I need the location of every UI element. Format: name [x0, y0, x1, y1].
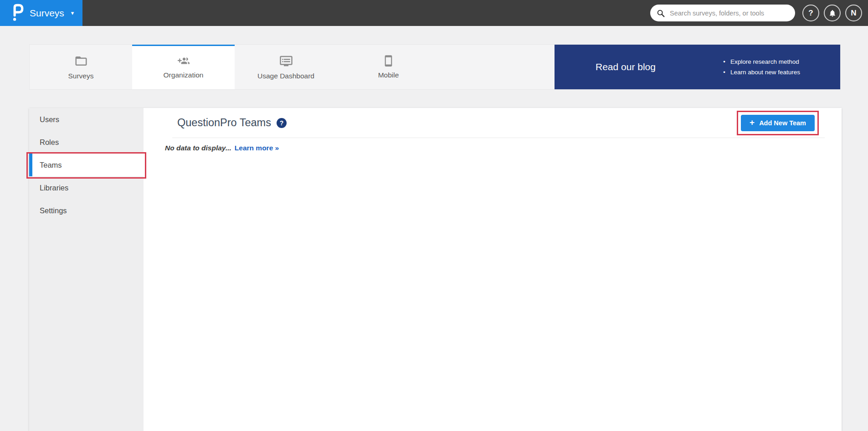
banner-bullet-item: • Learn about new features	[723, 69, 800, 76]
tab-usage-dashboard-label: Usage Dashboard	[257, 72, 314, 80]
usage-dashboard-icon	[279, 54, 293, 68]
add-team-button-wrap: + Add New Team	[741, 115, 815, 131]
avatar-initial: N	[851, 9, 856, 18]
empty-state-text: No data to display...	[165, 144, 231, 152]
product-switcher[interactable]: Surveys ▾	[0, 0, 82, 26]
content-panel: Users Roles Teams Libraries Settings Que…	[29, 108, 842, 431]
blog-banner-title: Read our blog	[596, 62, 656, 72]
question-mark-icon: ?	[808, 9, 813, 18]
search-box	[650, 5, 795, 21]
sidebar-item-label: Libraries	[40, 184, 68, 192]
content-header: QuestionPro Teams ? + Add New Team	[172, 108, 825, 138]
chevron-down-icon: ▾	[71, 10, 74, 16]
plus-icon: +	[750, 118, 755, 127]
bell-icon	[828, 9, 837, 17]
tab-mobile[interactable]: Mobile	[337, 45, 440, 89]
add-new-team-label: Add New Team	[759, 119, 806, 127]
bullet-icon: •	[723, 69, 725, 75]
user-avatar[interactable]: N	[845, 5, 862, 21]
sidebar-item-users[interactable]: Users	[29, 108, 144, 131]
smartphone-icon	[382, 55, 395, 67]
bullet-icon: •	[723, 59, 725, 65]
sidebar-item-label: Settings	[40, 206, 67, 215]
product-switcher-label: Surveys	[30, 8, 64, 19]
sidebar-item-label: Teams	[40, 161, 62, 169]
sidebar-item-roles[interactable]: Roles	[29, 131, 144, 154]
search-input[interactable]	[669, 9, 789, 17]
search-icon	[657, 9, 665, 17]
banner-item-label: Learn about new features	[730, 69, 800, 76]
blog-banner-list: • Explore research method • Learn about …	[723, 58, 800, 76]
sidebar-item-label: Users	[40, 115, 59, 124]
sidebar-item-teams[interactable]: Teams	[29, 154, 144, 176]
page-title: QuestionPro Teams	[177, 117, 271, 129]
banner-bullet-item: • Explore research method	[723, 58, 800, 65]
main-nav-tabs: Surveys Organization Usage Dashboard Mob…	[29, 44, 841, 90]
top-bar: Surveys ▾ ? N	[0, 0, 868, 26]
blog-banner[interactable]: Read our blog • Explore research method …	[555, 45, 840, 89]
add-new-team-button[interactable]: + Add New Team	[741, 115, 815, 131]
group-add-icon	[176, 55, 191, 67]
empty-state: No data to display... Learn more »	[165, 144, 842, 152]
teams-content: QuestionPro Teams ? + Add New Team No da…	[144, 108, 842, 431]
tab-mobile-label: Mobile	[378, 71, 399, 79]
banner-item-label: Explore research method	[730, 58, 799, 65]
organization-sidebar: Users Roles Teams Libraries Settings	[29, 108, 144, 431]
sidebar-item-settings[interactable]: Settings	[29, 199, 144, 222]
tab-usage-dashboard[interactable]: Usage Dashboard	[235, 45, 337, 89]
questionpro-logo	[11, 2, 24, 24]
title-help-icon[interactable]: ?	[277, 118, 287, 128]
topbar-actions: ? N	[802, 5, 862, 21]
sidebar-item-label: Roles	[40, 138, 59, 147]
notifications-button[interactable]	[824, 5, 841, 21]
tab-organization[interactable]: Organization	[132, 45, 235, 89]
sidebar-item-libraries[interactable]: Libraries	[29, 176, 144, 199]
folder-icon	[74, 54, 88, 68]
help-button[interactable]: ?	[802, 5, 819, 21]
learn-more-link[interactable]: Learn more »	[235, 144, 279, 152]
tab-organization-label: Organization	[164, 71, 204, 79]
tab-surveys-label: Surveys	[68, 72, 94, 80]
tab-surveys[interactable]: Surveys	[30, 45, 132, 89]
question-mark-icon: ?	[280, 119, 284, 127]
questionpro-app: Surveys ▾ ? N	[0, 0, 868, 431]
